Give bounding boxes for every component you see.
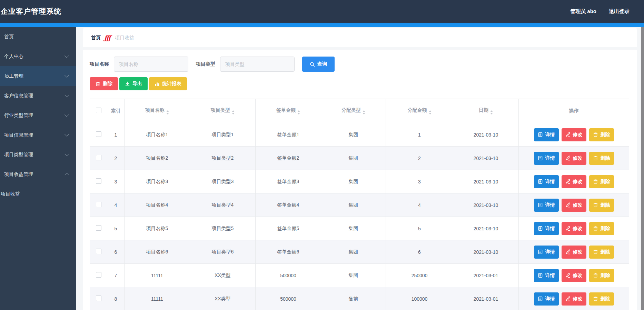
delete-button[interactable]: 删除 (589, 128, 614, 141)
column-header-签单金额[interactable]: 签单金额 (256, 99, 321, 123)
edit-button[interactable]: 修改 (562, 292, 586, 306)
row-checkbox[interactable] (96, 272, 101, 278)
sort-caret-icon[interactable] (166, 110, 169, 114)
chevron-down-icon (65, 132, 69, 137)
sort-caret-icon[interactable] (232, 110, 235, 114)
cell-type: 项目类型2 (190, 147, 256, 170)
report-button[interactable]: 统计报表 (149, 77, 187, 90)
column-header-项目类型[interactable]: 项目类型 (190, 99, 256, 123)
column-header-checkbox[interactable] (90, 99, 107, 123)
delete-button[interactable]: 删除 (589, 199, 614, 212)
pencil-icon (565, 132, 571, 137)
edit-button-label: 修改 (573, 249, 583, 255)
sort-caret-icon[interactable] (429, 110, 432, 114)
column-header-分配类型[interactable]: 分配类型 (321, 99, 386, 123)
cell-date: 2021-03-10 (453, 147, 519, 170)
row-checkbox[interactable] (96, 202, 101, 207)
sort-caret-icon[interactable] (490, 110, 493, 114)
export-button[interactable]: 导出 (119, 77, 148, 90)
delete-button[interactable]: 删除 (589, 269, 614, 282)
sidebar-item-4[interactable]: 行业类型管理 (0, 106, 76, 125)
sidebar-item-6[interactable]: 项目类型管理 (0, 145, 76, 164)
row-checkbox[interactable] (96, 131, 101, 137)
sidebar-item-2[interactable]: 员工管理 (0, 66, 76, 86)
sort-caret-icon[interactable] (363, 110, 365, 114)
edit-button-label: 修改 (573, 226, 583, 232)
edit-button[interactable]: 修改 (562, 199, 586, 212)
delete-button[interactable]: 删除 (589, 152, 614, 165)
sidebar-item-5[interactable]: 项目信息管理 (0, 125, 76, 145)
row-checkbox[interactable] (96, 155, 101, 160)
edit-button[interactable]: 修改 (562, 222, 586, 235)
search-button[interactable]: 查询 (302, 57, 335, 72)
detail-button[interactable]: 详情 (534, 128, 559, 141)
detail-button[interactable]: 详情 (534, 199, 559, 212)
column-header-分配金额[interactable]: 分配金额 (386, 99, 453, 123)
cell-checkbox (90, 193, 107, 217)
select-all-checkbox[interactable] (96, 108, 101, 113)
sidebar-item-0[interactable]: 首页 (0, 27, 76, 47)
project-name-label: 项目名称 (90, 61, 109, 67)
row-checkbox[interactable] (96, 225, 101, 231)
cell-index: 3 (107, 170, 125, 193)
column-header-项目名称[interactable]: 项目名称 (125, 99, 190, 123)
edit-button[interactable]: 修改 (562, 269, 586, 282)
table-row: 4项目名称4项目类型4签单金额4集团42021-03-10详情修改删除 (90, 193, 629, 217)
column-header-label: 分配金额 (408, 107, 427, 113)
cell-type: XX类型 (190, 287, 256, 310)
cell-date: 2021-03-10 (453, 123, 519, 147)
project-type-input[interactable] (220, 57, 295, 72)
detail-button[interactable]: 详情 (534, 269, 559, 282)
sort-caret-icon[interactable] (297, 110, 300, 114)
edit-button[interactable]: 修改 (562, 152, 586, 165)
delete-button[interactable]: 删除 (589, 222, 614, 235)
sidebar-item-label: 项目收益 (1, 191, 20, 197)
trash-icon (593, 156, 598, 161)
column-header-日期[interactable]: 日期 (453, 99, 519, 123)
delete-button[interactable]: 删除 (589, 175, 614, 188)
cell-alloc_type: 售前 (321, 287, 386, 310)
row-checkbox[interactable] (96, 249, 101, 254)
sidebar-item-label: 首页 (4, 34, 14, 40)
pencil-icon (565, 156, 571, 161)
cell-sign_amount: 签单金额4 (256, 193, 321, 217)
project-name-input[interactable] (114, 57, 188, 72)
delete-button[interactable]: 删除 (589, 246, 614, 259)
cell-actions: 详情修改删除 (519, 123, 629, 147)
row-checkbox[interactable] (96, 296, 101, 301)
detail-button[interactable]: 详情 (534, 152, 559, 165)
edit-button[interactable]: 修改 (562, 175, 586, 188)
detail-button[interactable]: 详情 (534, 175, 559, 188)
bulk-delete-button[interactable]: 删除 (90, 77, 118, 90)
cell-type: 项目类型3 (190, 170, 256, 193)
sidebar-item-7[interactable]: 项目收益管理 (0, 164, 76, 184)
cell-name: 11111 (125, 287, 190, 310)
column-header-索引: 索引 (107, 99, 125, 123)
current-user-label[interactable]: 管理员 abo (570, 8, 596, 15)
row-checkbox[interactable] (96, 178, 101, 184)
page-scrollbar-thumb[interactable] (641, 27, 644, 310)
column-header-label: 签单金额 (276, 107, 296, 113)
detail-button-label: 详情 (545, 155, 555, 161)
sidebar-item-8[interactable]: 项目收益 (0, 184, 76, 204)
cell-alloc_type: 集团 (321, 170, 386, 193)
table-row: 711111XX类型500000集团2500002021-03-01详情修改删除 (90, 264, 629, 287)
bar-chart-icon (155, 81, 160, 87)
edit-button-label: 修改 (573, 155, 583, 161)
detail-button[interactable]: 详情 (534, 292, 559, 306)
sidebar-item-3[interactable]: 客户信息管理 (0, 86, 76, 106)
detail-button[interactable]: 详情 (534, 222, 559, 235)
edit-button[interactable]: 修改 (562, 246, 586, 259)
breadcrumb-home[interactable]: 首页 (91, 35, 101, 41)
sidebar-item-label: 客户信息管理 (4, 93, 33, 99)
delete-button[interactable]: 删除 (589, 292, 614, 306)
sidebar-item-1[interactable]: 个人中心 (0, 47, 76, 66)
cell-index: 8 (107, 287, 125, 310)
detail-button[interactable]: 详情 (534, 246, 559, 259)
edit-button[interactable]: 修改 (562, 128, 586, 141)
document-icon (538, 249, 543, 254)
sort-asc-icon (297, 110, 300, 112)
delete-button-label: 删除 (601, 132, 610, 138)
cell-index: 6 (107, 240, 125, 264)
logout-link[interactable]: 退出登录 (609, 8, 630, 15)
